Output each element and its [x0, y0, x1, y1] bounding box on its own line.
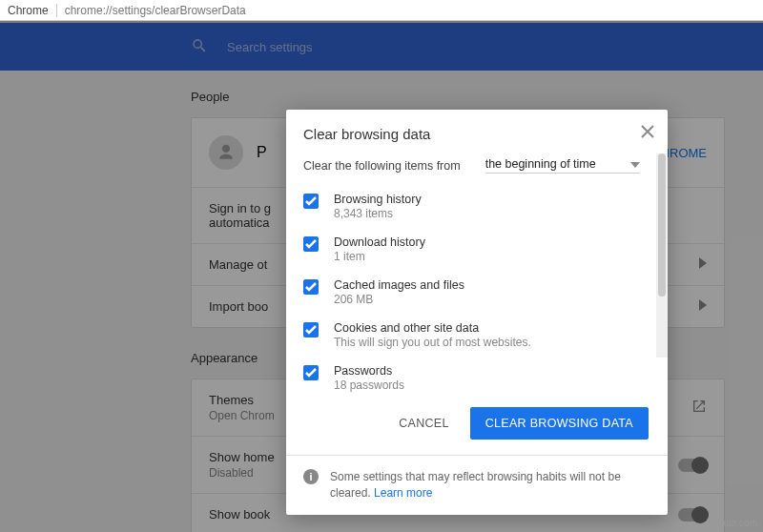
item-sublabel: 1 item — [334, 250, 425, 263]
chevron-down-icon — [630, 157, 640, 171]
item-sublabel: 18 passwords — [334, 379, 404, 392]
item-label: Browsing history — [334, 193, 422, 206]
item-sublabel: 206 MB — [334, 293, 464, 306]
checkbox-checked-icon[interactable] — [303, 365, 319, 380]
clear-from-label: Clear the following items from — [303, 159, 461, 173]
watermark: wsxdn.com — [710, 518, 757, 528]
scrollbar-thumb[interactable] — [658, 153, 666, 297]
time-range-select[interactable]: the beginning of time — [485, 157, 640, 174]
checkbox-row-download-history[interactable]: Download history 1 item — [303, 228, 650, 271]
address-url[interactable]: chrome://settings/clearBrowserData — [57, 4, 254, 17]
item-sublabel: This will sign you out of most websites. — [334, 336, 531, 349]
info-icon: i — [303, 469, 319, 484]
clear-browsing-data-dialog: Clear browsing data Clear the following … — [286, 110, 668, 515]
item-label: Cached images and files — [334, 278, 464, 292]
learn-more-link[interactable]: Learn more — [374, 486, 432, 500]
checkbox-checked-icon[interactable] — [303, 194, 319, 209]
footer-note: Some settings that may reflect browsing … — [330, 469, 650, 501]
browser-name-label: Chrome — [0, 4, 57, 17]
checkbox-checked-icon[interactable] — [303, 322, 319, 338]
clear-data-button[interactable]: CLEAR BROWSING DATA — [470, 407, 649, 440]
item-label: Cookies and other site data — [334, 321, 531, 335]
item-label: Passwords — [334, 364, 404, 378]
checkbox-row-passwords[interactable]: Passwords 18 passwords — [303, 357, 650, 392]
cancel-button[interactable]: CANCEL — [389, 407, 459, 440]
item-sublabel: 8,343 items — [334, 207, 422, 220]
item-label: Download history — [334, 235, 425, 249]
checkbox-row-cached[interactable]: Cached images and files 206 MB — [303, 271, 650, 314]
checkbox-checked-icon[interactable] — [303, 279, 319, 295]
dialog-title: Clear browsing data — [303, 126, 430, 142]
checkbox-row-cookies[interactable]: Cookies and other site data This will si… — [303, 314, 650, 357]
close-button[interactable] — [641, 125, 654, 142]
checkbox-checked-icon[interactable] — [303, 236, 319, 252]
checkbox-row-browsing-history[interactable]: Browsing history 8,343 items — [303, 185, 650, 228]
address-bar: Chrome chrome://settings/clearBrowserDat… — [0, 0, 763, 21]
dialog-scrollbar[interactable] — [656, 153, 668, 358]
time-range-value: the beginning of time — [485, 157, 596, 171]
